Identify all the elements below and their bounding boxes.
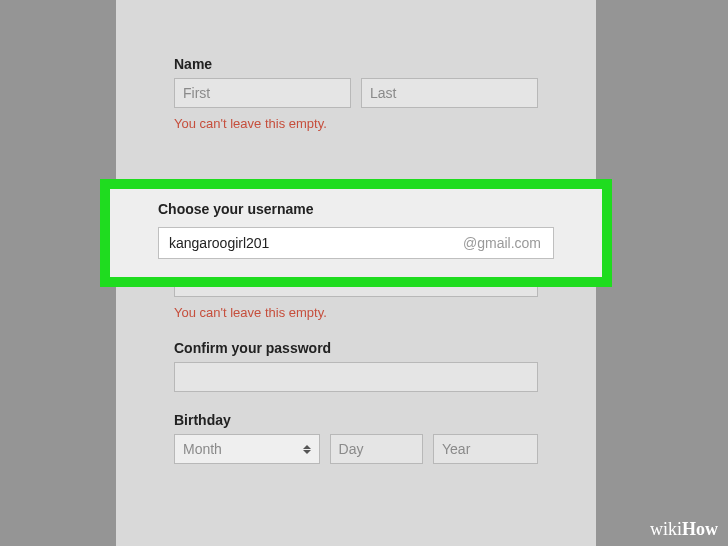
watermark-suffix: How — [682, 519, 718, 539]
name-row — [174, 78, 538, 108]
dropdown-caret-icon — [303, 445, 311, 454]
birthday-month-select[interactable]: Month — [174, 434, 320, 464]
username-input-wrap: @gmail.com — [158, 227, 554, 259]
name-label: Name — [174, 56, 538, 72]
name-error-text: You can't leave this empty. — [174, 116, 538, 131]
confirm-password-section: Confirm your password — [174, 340, 538, 392]
birthday-section: Birthday Month — [174, 412, 538, 464]
birthday-row: Month — [174, 434, 538, 464]
password-error-text: You can't leave this empty. — [174, 305, 538, 320]
name-section: Name You can't leave this empty. — [174, 56, 538, 131]
birthday-year-input[interactable] — [433, 434, 538, 464]
wikihow-watermark: wikiHow — [650, 519, 718, 540]
username-label: Choose your username — [158, 201, 554, 217]
birthday-day-input[interactable] — [330, 434, 423, 464]
month-placeholder: Month — [183, 441, 222, 457]
username-suffix: @gmail.com — [463, 235, 553, 251]
birthday-label: Birthday — [174, 412, 538, 428]
confirm-password-label: Confirm your password — [174, 340, 538, 356]
first-name-input[interactable] — [174, 78, 351, 108]
username-input[interactable] — [159, 228, 463, 258]
watermark-prefix: wiki — [650, 519, 682, 539]
last-name-input[interactable] — [361, 78, 538, 108]
username-highlight-box: Choose your username @gmail.com — [100, 179, 612, 287]
confirm-password-input[interactable] — [174, 362, 538, 392]
